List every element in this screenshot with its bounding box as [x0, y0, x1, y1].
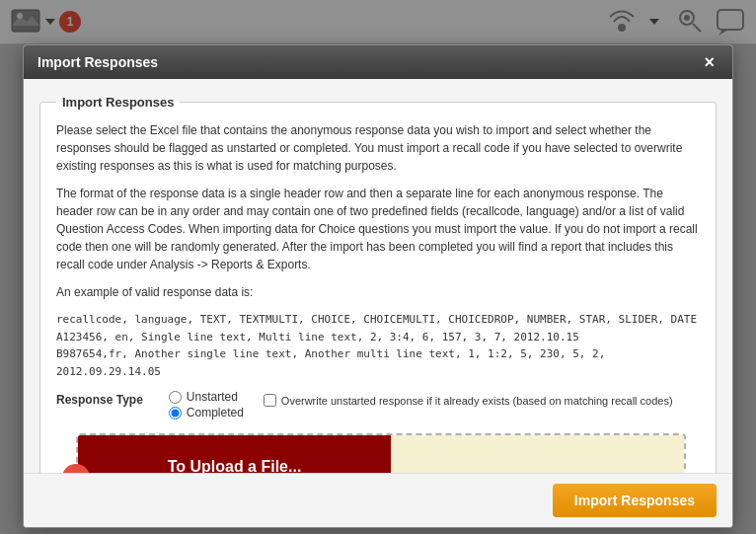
upload-area: To Upload a File... Click or Drag a File…: [76, 433, 686, 473]
overwrite-label: Overwrite unstarted response if it alrea…: [281, 395, 673, 407]
import-fieldset: Import Responses Please select the Excel…: [39, 95, 717, 473]
radio-completed-label: Completed: [187, 406, 244, 420]
modal-title: Import Responses: [38, 54, 158, 70]
modal-body: Import Responses Please select the Excel…: [24, 79, 732, 473]
code-line-2: A123456, en, Single line text, Multi lin…: [56, 329, 700, 346]
import-responses-button[interactable]: Import Responses: [553, 484, 717, 517]
modal-footer: Import Responses: [24, 473, 732, 527]
code-example: recallcode, language, TEXT, TEXTMULTI, C…: [56, 311, 700, 380]
radio-completed-item[interactable]: Completed: [169, 406, 244, 420]
modal-header: Import Responses ×: [24, 45, 732, 79]
close-button[interactable]: ×: [700, 53, 718, 71]
radio-unstarted[interactable]: [169, 391, 182, 404]
no-file-label: No File Loaded: [391, 435, 684, 473]
overwrite-checkbox[interactable]: [264, 394, 276, 407]
import-responses-modal: Import Responses × Import Responses Plea…: [23, 44, 733, 528]
fieldset-legend: Import Responses: [56, 95, 180, 110]
radio-unstarted-label: Unstarted: [187, 390, 238, 404]
info-paragraph-3: An example of valid response data is:: [56, 283, 700, 301]
radio-unstarted-item[interactable]: Unstarted: [169, 390, 244, 404]
radio-completed[interactable]: [169, 407, 182, 420]
upload-wrapper: 2 To Upload a File... Click or Drag a Fi…: [76, 433, 686, 473]
response-type-label: Response Type: [56, 390, 143, 412]
upload-button[interactable]: To Upload a File... Click or Drag a File…: [78, 435, 391, 473]
info-paragraph-1: Please select the Excel file that contai…: [56, 121, 700, 175]
code-line-3: B987654,fr, Another single line text, An…: [56, 345, 700, 380]
response-type-row: Response Type Unstarted Completed: [56, 390, 700, 420]
radio-group: Unstarted Completed: [169, 390, 244, 420]
code-line-1: recallcode, language, TEXT, TEXTMULTI, C…: [56, 311, 700, 329]
upload-line1: To Upload a File...: [168, 456, 302, 473]
info-paragraph-2: The format of the response data is a sin…: [56, 185, 700, 273]
overwrite-checkbox-group[interactable]: Overwrite unstarted response if it alrea…: [264, 394, 673, 407]
modal-overlay: Import Responses × Import Responses Plea…: [0, 0, 756, 534]
